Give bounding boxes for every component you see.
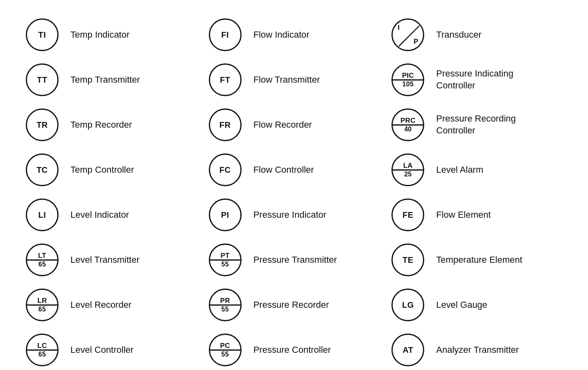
symbol-lc: LC65 xyxy=(24,332,61,368)
symbol-fr: FR xyxy=(207,106,244,143)
diag-top-transducer: I xyxy=(398,24,400,32)
top-label-lr: LR xyxy=(37,297,47,305)
label-fe: Flow Element xyxy=(436,209,491,221)
circle-split-lr: LR65 xyxy=(26,289,59,321)
divider-pic xyxy=(393,79,423,81)
label-ti: Temp Indicator xyxy=(70,29,129,41)
symbol-at: AT xyxy=(389,332,426,368)
bottom-label-pr: 55 xyxy=(221,306,228,313)
symbol-pr: PR55 xyxy=(207,287,244,323)
symbol-tt: TT xyxy=(24,61,61,98)
circle-pi: PI xyxy=(209,199,242,231)
diag-bottom-transducer: P xyxy=(414,38,418,46)
row-fi: FIFlow Indicator xyxy=(203,12,386,57)
label-tc: Temp Controller xyxy=(70,164,134,176)
bottom-label-la: 25 xyxy=(404,171,412,178)
circle-te: TE xyxy=(391,244,424,276)
symbol-fe: FE xyxy=(389,196,426,233)
row-lg: LGLevel Gauge xyxy=(385,282,568,327)
label-tr: Temp Recorder xyxy=(70,119,132,131)
divider-prc xyxy=(393,124,423,126)
bottom-label-pc: 55 xyxy=(221,351,228,358)
row-lt: LT65Level Transmitter xyxy=(20,237,203,282)
row-prc: PRC40Pressure RecordingController xyxy=(385,102,568,147)
row-at: ATAnalyzer Transmitter xyxy=(385,327,568,370)
symbol-la: LA25 xyxy=(389,151,426,188)
label-te: Temperature Element xyxy=(436,254,522,266)
row-fe: FEFlow Element xyxy=(385,192,568,237)
circle-tc: TC xyxy=(26,153,59,186)
symbol-fc: FC xyxy=(207,151,244,188)
bottom-label-pt: 55 xyxy=(221,261,228,268)
row-la: LA25Level Alarm xyxy=(385,147,568,192)
top-label-la: LA xyxy=(403,162,413,170)
circle-split-pt: PT55 xyxy=(209,244,242,276)
divider-la xyxy=(393,169,423,171)
bottom-label-pic: 105 xyxy=(403,81,414,88)
label-lg: Level Gauge xyxy=(436,299,487,311)
symbol-transducer: IP xyxy=(389,16,426,53)
circle-li: LI xyxy=(26,199,59,231)
circle-fe: FE xyxy=(391,199,424,231)
row-pic: PIC105Pressure IndicatingController xyxy=(385,57,568,102)
row-ft: FTFlow Transmitter xyxy=(203,57,386,102)
circle-diag-transducer: IP xyxy=(391,18,424,51)
symbol-ft: FT xyxy=(207,61,244,98)
top-label-lt: LT xyxy=(38,252,46,260)
top-label-prc: PRC xyxy=(400,117,416,125)
symbol-pic: PIC105 xyxy=(389,61,426,98)
divider-pc xyxy=(210,350,240,351)
divider-lt xyxy=(27,259,57,261)
row-tr: TRTemp Recorder xyxy=(20,102,203,147)
top-label-pt: PT xyxy=(220,252,229,260)
row-pt: PT55Pressure Transmitter xyxy=(203,237,386,282)
circle-tr: TR xyxy=(26,108,59,141)
symbol-pc: PC55 xyxy=(207,332,244,368)
circle-fr: FR xyxy=(209,108,242,141)
row-pr: PR55Pressure Recorder xyxy=(203,282,386,327)
circle-ft: FT xyxy=(209,63,242,96)
top-label-pic: PIC xyxy=(402,72,414,80)
row-transducer: IPTransducer xyxy=(385,12,568,57)
top-label-pr: PR xyxy=(220,297,230,305)
row-pc: PC55Pressure Controller xyxy=(203,327,386,370)
row-li: LILevel Indicator xyxy=(20,192,203,237)
label-prc: Pressure RecordingController xyxy=(436,113,516,136)
label-lc: Level Controller xyxy=(70,344,133,356)
row-fc: FCFlow Controller xyxy=(203,147,386,192)
circle-split-pc: PC55 xyxy=(209,334,242,366)
divider-pt xyxy=(210,259,240,261)
label-tt: Temp Transmitter xyxy=(70,74,140,86)
symbol-te: TE xyxy=(389,241,426,278)
label-li: Level Indicator xyxy=(70,209,129,221)
circle-split-prc: PRC40 xyxy=(391,108,424,141)
circle-ti: TI xyxy=(26,18,59,51)
symbol-grid: TITemp IndicatorTTTemp TransmitterTRTemp… xyxy=(20,12,568,370)
top-label-lc: LC xyxy=(37,342,47,350)
row-te: TETemperature Element xyxy=(385,237,568,282)
label-transducer: Transducer xyxy=(436,29,481,41)
label-la: Level Alarm xyxy=(436,164,483,176)
row-fr: FRFlow Recorder xyxy=(203,102,386,147)
label-ft: Flow Transmitter xyxy=(253,74,320,86)
label-lr: Level Recorder xyxy=(70,299,131,311)
bottom-label-prc: 40 xyxy=(404,126,412,133)
circle-fc: FC xyxy=(209,153,242,186)
label-pic: Pressure IndicatingController xyxy=(436,68,513,91)
row-ti: TITemp Indicator xyxy=(20,12,203,57)
symbol-tr: TR xyxy=(24,106,61,143)
bottom-label-lt: 65 xyxy=(38,261,46,268)
label-pc: Pressure Controller xyxy=(253,344,331,356)
circle-split-lt: LT65 xyxy=(26,244,59,276)
circle-split-la: LA25 xyxy=(391,153,424,186)
circle-lg: LG xyxy=(391,289,424,321)
symbol-tc: TC xyxy=(24,151,61,188)
bottom-label-lr: 65 xyxy=(38,306,46,313)
symbol-pi: PI xyxy=(207,196,244,233)
label-fc: Flow Controller xyxy=(253,164,314,176)
circle-split-pic: PIC105 xyxy=(391,63,424,96)
row-lc: LC65Level Controller xyxy=(20,327,203,370)
circle-fi: FI xyxy=(209,18,242,51)
row-tc: TCTemp Controller xyxy=(20,147,203,192)
column-col-misc: IPTransducerPIC105Pressure IndicatingCon… xyxy=(385,12,568,370)
